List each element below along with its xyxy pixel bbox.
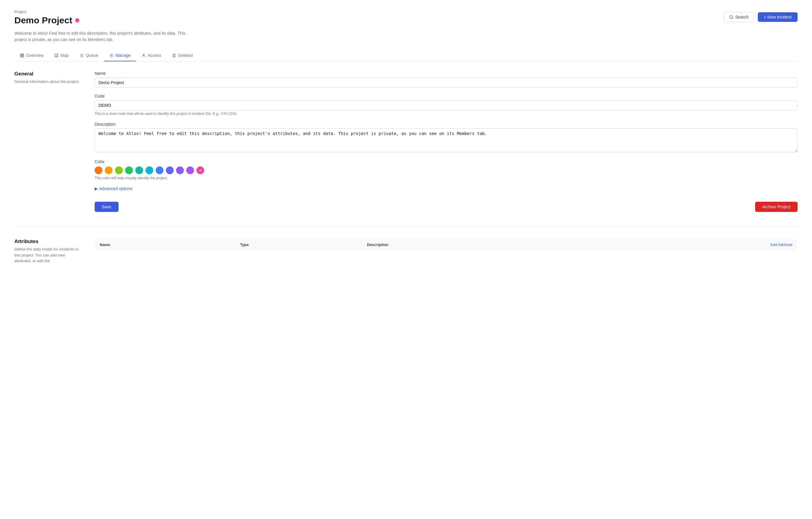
tab-queue-label: Queue [86, 53, 98, 58]
general-section-title: General [14, 71, 80, 77]
tab-map-label: Map [60, 53, 68, 58]
general-section: General General information about the pr… [14, 71, 798, 212]
description-field-group: Description Welcome to Atlos! Feel free … [95, 122, 798, 153]
header-left: Project Demo Project Welcome to Atlos! F… [14, 9, 188, 43]
section-divider [14, 226, 798, 226]
advanced-options-toggle[interactable]: ▶ Advanced options [95, 186, 798, 191]
color-swatch-indigo[interactable] [166, 166, 174, 174]
code-field-group: Code This is a short code that will be u… [95, 94, 798, 116]
color-swatch-violet[interactable] [176, 166, 184, 174]
color-swatch-blue[interactable] [156, 166, 164, 174]
color-helper: This color will help visually identify t… [95, 176, 798, 180]
page-header: Project Demo Project Welcome to Atlos! F… [14, 9, 798, 43]
header-actions: Search + New Incident [723, 9, 798, 22]
tab-overview-label: Overview [26, 53, 44, 58]
search-icon [729, 15, 733, 20]
navigation-tabs: Overview Map Queue [14, 50, 798, 61]
save-button[interactable]: Save [95, 202, 119, 212]
project-title-text: Demo Project [14, 15, 72, 25]
color-swatch-teal[interactable] [135, 166, 143, 174]
tab-overview[interactable]: Overview [14, 50, 49, 61]
deleted-icon [172, 53, 176, 58]
attributes-table: Name Type Description Add Attribute [95, 239, 798, 251]
name-input[interactable] [95, 78, 798, 88]
attributes-section-title: Attributes [14, 239, 80, 245]
manage-icon [109, 53, 114, 58]
search-button-label: Search [735, 15, 749, 20]
name-label: Name [95, 71, 798, 76]
col-name-header: Name [95, 239, 235, 251]
description-label: Description [95, 122, 798, 127]
form-actions: Save Archive Project [95, 199, 798, 212]
svg-marker-7 [55, 54, 58, 57]
svg-rect-2 [22, 54, 23, 55]
code-helper: This is a short code that will be used t… [95, 112, 798, 116]
attributes-section-desc: Define the data model for incidents in t… [14, 246, 80, 264]
col-description-header: Description [362, 239, 576, 251]
color-field-group: Color This color will help visually iden… [95, 159, 798, 180]
attributes-sidebar: Attributes Define the data model for inc… [14, 239, 80, 264]
svg-rect-4 [22, 55, 23, 57]
add-attribute-button[interactable]: Add Attribute [576, 239, 798, 251]
archive-project-button[interactable]: Archive Project [755, 202, 798, 212]
svg-rect-5 [23, 55, 24, 57]
tab-manage[interactable]: Manage [104, 50, 136, 61]
general-form: Name Code This is a short code that will… [95, 71, 798, 212]
name-field-group: Name [95, 71, 798, 88]
chevron-right-icon: ▶ [95, 186, 98, 191]
new-incident-button[interactable]: + New Incident [758, 12, 798, 22]
project-description: Welcome to Atlos! Feel free to edit this… [14, 30, 188, 43]
code-input[interactable] [95, 100, 798, 111]
col-type-header: Type [235, 239, 362, 251]
svg-rect-6 [20, 56, 21, 57]
color-swatch-orange[interactable] [95, 166, 103, 174]
tab-access[interactable]: Access [136, 50, 167, 61]
description-textarea[interactable]: Welcome to Atlos! Feel free to edit this… [95, 128, 798, 152]
advanced-options-label: Advanced options [99, 186, 132, 191]
svg-point-0 [730, 15, 733, 18]
new-incident-label: + New Incident [764, 15, 792, 20]
project-status-dot [75, 18, 79, 23]
attributes-table-container: Name Type Description Add Attribute [95, 239, 798, 264]
svg-point-13 [111, 55, 112, 56]
map-icon [54, 53, 59, 58]
tab-queue[interactable]: Queue [74, 50, 104, 61]
color-swatch-amber[interactable] [105, 166, 113, 174]
search-button[interactable]: Search [723, 12, 754, 22]
project-label: Project [14, 9, 188, 14]
tab-access-label: Access [148, 53, 161, 58]
queue-icon [80, 53, 84, 58]
overview-icon [20, 53, 24, 58]
tab-map[interactable]: Map [49, 50, 74, 61]
tab-deleted-label: Deleted [178, 53, 193, 58]
general-sidebar: General General information about the pr… [14, 71, 80, 212]
attributes-section: Attributes Define the data model for inc… [14, 239, 798, 264]
color-swatch-pink[interactable] [196, 166, 204, 174]
general-section-desc: General information about the project. [14, 79, 80, 85]
color-swatch-green[interactable] [125, 166, 133, 174]
color-label: Color [95, 159, 798, 164]
svg-rect-3 [23, 54, 24, 55]
color-swatch-purple[interactable] [186, 166, 194, 174]
access-icon [141, 53, 146, 58]
color-swatch-cyan[interactable] [146, 166, 153, 174]
tab-manage-label: Manage [116, 53, 131, 58]
svg-rect-1 [20, 54, 21, 55]
project-title: Demo Project [14, 15, 188, 25]
color-swatch-lime[interactable] [115, 166, 123, 174]
tab-deleted[interactable]: Deleted [167, 50, 198, 61]
color-swatches [95, 166, 798, 174]
svg-point-14 [143, 54, 144, 55]
code-label: Code [95, 94, 798, 98]
